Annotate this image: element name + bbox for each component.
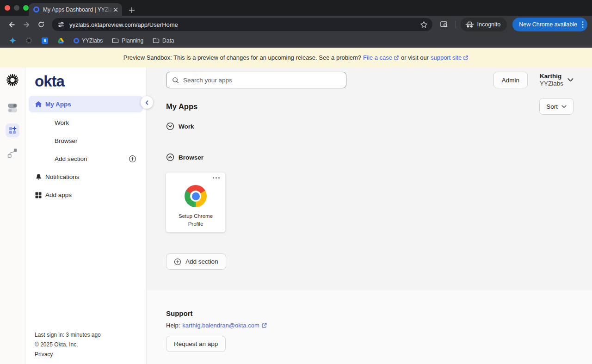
url-bar[interactable]: yyzlabs.oktapreview.com/app/UserHome [52,18,432,31]
incognito-badge: Incognito [461,18,507,31]
bookmark-yyzlabs[interactable]: YYZlabs [70,36,106,45]
file-a-case-label: File a case [363,54,392,61]
chevron-down-circle-icon [166,122,174,130]
chrome-logo-icon [185,185,207,207]
search-input[interactable] [183,77,340,84]
sidebar-item-label: Browser [55,137,78,144]
sort-label: Sort [546,103,558,110]
bookmark-label: Data [162,37,174,44]
help-label: Help: [166,322,180,329]
drive-bookmark-icon[interactable] [54,36,68,45]
grid-icon [35,192,42,198]
sidebar-collapse-button[interactable] [141,96,153,109]
support-zone: Support Help: karthig.balendran@okta.com… [147,290,592,364]
tile-more-menu-icon[interactable] [211,175,222,180]
plus-circle-icon [174,258,181,265]
chevron-up-circle-icon [166,153,174,161]
banner-text-mid: or visit our [401,54,429,61]
support-title: Support [166,309,574,317]
zoom-window-button[interactable] [23,5,29,11]
header-actions: Admin Karthig YYZlabs [493,72,574,88]
tab-close-icon[interactable] [113,7,118,12]
file-a-case-link[interactable]: File a case [363,54,399,61]
gemini-bookmark-icon[interactable] [6,36,20,45]
app-tile-setup-chrome-profile[interactable]: Setup Chrome Profile [166,173,225,232]
add-section-button[interactable]: Add section [166,253,226,270]
help-email-link[interactable]: karthig.balendran@okta.com [182,322,267,329]
bookmarks-bar: 8 YYZlabs Planning Data [0,33,592,48]
sidebar-item-my-apps[interactable]: My Apps [29,96,143,112]
spinner-logo-icon[interactable] [6,74,19,86]
forward-icon[interactable] [19,18,33,31]
browser-tab[interactable]: My Apps Dashboard | YYZlab [29,3,122,16]
bookmark-star-icon[interactable] [420,21,428,29]
page-title: My Apps [166,102,197,111]
folder-icon [153,37,160,43]
apps-add-icon[interactable] [6,123,19,137]
folder-icon [112,37,119,43]
bell-icon [35,173,42,180]
site-settings-icon[interactable] [57,21,65,28]
section-label-work: Work [179,123,194,130]
sidebar-item-label: Add section [55,155,87,162]
request-an-app-button[interactable]: Request an app [166,336,226,352]
connector-icon[interactable] [7,148,18,159]
help-line: Help: karthig.balendran@okta.com [166,322,574,329]
sidebar-footer: Last sign in: 3 minutes ago © 2025 Okta,… [25,330,146,364]
home-icon [35,101,42,108]
section-label-browser: Browser [179,154,204,161]
privacy-link[interactable]: Privacy [35,350,146,359]
user-info: Karthig YYZlabs [540,73,563,87]
browser-menu-icon[interactable] [582,21,584,28]
tab-search-icon[interactable] [437,18,451,31]
section-work-toggle[interactable]: Work [166,122,574,130]
toolbar-divider [456,21,456,28]
okta-logo: okta [35,73,146,90]
title-row: My Apps Sort [166,98,574,115]
user-name: Karthig [540,73,563,80]
preview-sandbox-banner: Preview Sandbox: This is a preview of ch… [0,48,592,68]
sort-button[interactable]: Sort [539,98,574,115]
new-chrome-available-button[interactable]: New Chrome available [512,18,587,31]
close-window-button[interactable] [5,5,10,11]
add-section-label: Add section [185,258,218,265]
sidebar-nav: My Apps Work Browser Add section Notific… [25,96,146,204]
support-site-link[interactable]: support site [431,54,469,61]
sidebar: okta My Apps Work Browser Add section [25,68,147,364]
chevron-left-icon [145,100,149,105]
calendar-day: 8 [42,37,48,44]
last-sign-in: Last sign in: 3 minutes ago [35,330,146,340]
okta-bookmark-icon [74,38,79,43]
okta-dashboard: okta My Apps Work Browser Add section [0,68,592,364]
gear-bookmark-icon[interactable] [22,36,36,45]
plus-circle-icon[interactable] [129,155,136,163]
section-browser-toggle[interactable]: Browser [166,153,574,161]
back-icon[interactable] [5,18,18,31]
bookmark-label: YYZlabs [82,37,103,44]
new-tab-icon[interactable] [129,7,135,13]
app-search[interactable] [166,72,346,88]
external-link-icon [463,55,469,61]
sidebar-item-work[interactable]: Work [25,114,146,132]
bookmark-label: Planning [122,37,143,44]
reload-icon[interactable] [34,18,48,31]
sidebar-item-browser[interactable]: Browser [25,132,146,150]
admin-button[interactable]: Admin [493,72,528,88]
extension-rail [0,68,25,364]
user-menu[interactable]: Karthig YYZlabs [540,73,574,87]
external-link-icon [261,322,267,328]
tab-title: My Apps Dashboard | YYZlab [43,6,113,13]
bookmark-folder-data[interactable]: Data [149,36,178,45]
toggles-icon[interactable] [7,103,18,113]
sidebar-item-add-apps[interactable]: Add apps [25,186,146,204]
apps-zone: Admin Karthig YYZlabs My Apps Sort [147,68,592,290]
main-content: Admin Karthig YYZlabs My Apps Sort [147,68,592,364]
sidebar-item-add-section[interactable]: Add section [25,150,146,168]
calendar-bookmark-icon[interactable]: 8 [38,36,52,45]
minimize-window-button[interactable] [14,5,19,11]
chevron-down-icon [561,105,567,108]
bookmark-folder-planning[interactable]: Planning [108,36,147,45]
url-text[interactable]: yyzlabs.oktapreview.com/app/UserHome [69,21,420,28]
banner-text: Preview Sandbox: This is a preview of ch… [123,54,361,61]
sidebar-item-notifications[interactable]: Notifications [25,168,146,186]
